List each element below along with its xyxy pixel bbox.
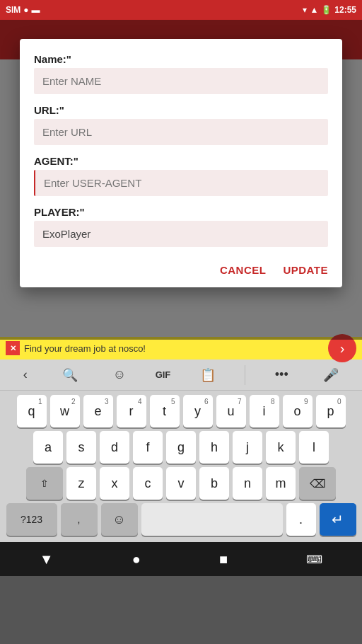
name-input[interactable]: [34, 68, 328, 94]
key-e[interactable]: 3e: [83, 395, 113, 427]
url-input[interactable]: [34, 119, 328, 145]
key-w[interactable]: 2w: [50, 395, 80, 427]
player-input[interactable]: [34, 221, 328, 247]
key-k[interactable]: k: [266, 431, 296, 464]
keyboard-toolbar: ‹ 🔍 ☺ GIF 📋 ••• 🎤: [0, 360, 362, 391]
ad-text: Find your dream job at nosco!: [24, 343, 146, 354]
nav-back-button[interactable]: ▼: [40, 551, 54, 568]
key-row-3: ⇧ z x c v b n m ⌫: [1, 467, 361, 500]
key-f[interactable]: f: [133, 431, 163, 464]
clock: 12:55: [334, 5, 356, 15]
key-row-1: 1q 2w 3e 4r 5t 6y 7u 8i 9o 0p: [1, 395, 361, 427]
search-keyboard-button[interactable]: 🔍: [57, 364, 83, 386]
edit-dialog: Name:" URL:" AGENT:" PLAYER:" CANCEL UPD…: [20, 39, 342, 287]
numeric-switch-key[interactable]: ?123: [6, 503, 57, 536]
microphone-button[interactable]: 🎤: [317, 364, 344, 386]
key-c[interactable]: c: [133, 467, 163, 500]
ad-banner: ✕ Find your dream job at nosco! ›: [0, 337, 362, 360]
cancel-button[interactable]: CANCEL: [220, 264, 267, 276]
signal-icon: ●: [23, 5, 28, 15]
key-g[interactable]: g: [166, 431, 196, 464]
key-q[interactable]: 1q: [17, 395, 47, 427]
key-s[interactable]: s: [66, 431, 96, 464]
sim-indicator: SIM: [6, 5, 21, 15]
navigation-bar: ▼ ● ■ ⌨: [0, 542, 362, 576]
key-o[interactable]: 9o: [283, 395, 313, 427]
key-n[interactable]: n: [233, 467, 262, 500]
status-bar-left: SIM ● ▬: [6, 5, 40, 15]
comma-key[interactable]: ,: [61, 503, 98, 536]
status-bar: SIM ● ▬ ▾ ▲ 🔋 12:55: [0, 0, 362, 20]
key-j[interactable]: j: [233, 431, 262, 464]
signal-strength-icon: ▲: [310, 5, 318, 15]
ad-close-icon[interactable]: ✕: [6, 341, 20, 355]
key-d[interactable]: d: [100, 431, 129, 464]
agent-label: AGENT:": [34, 155, 328, 167]
clipboard-button[interactable]: 📋: [194, 364, 221, 386]
key-row-2: a s d f g h j k l: [1, 431, 361, 464]
update-button[interactable]: UPDATE: [283, 264, 328, 276]
nav-home-button[interactable]: ●: [132, 551, 141, 568]
battery-icon: 🔋: [321, 5, 332, 15]
key-i[interactable]: 8i: [250, 395, 279, 427]
player-label: PLAYER:": [34, 206, 328, 218]
key-y[interactable]: 6y: [183, 395, 213, 427]
period-key[interactable]: .: [286, 503, 316, 536]
agent-input[interactable]: [34, 170, 328, 196]
key-t[interactable]: 5t: [150, 395, 180, 427]
nav-recents-button[interactable]: ■: [219, 551, 228, 568]
backspace-key[interactable]: ⌫: [299, 467, 336, 500]
name-label: Name:": [34, 53, 328, 65]
media-icon: ▬: [32, 5, 40, 15]
key-h[interactable]: h: [199, 431, 229, 464]
key-m[interactable]: m: [266, 467, 296, 500]
key-u[interactable]: 7u: [216, 395, 246, 427]
key-v[interactable]: v: [166, 467, 196, 500]
gif-button[interactable]: GIF: [156, 369, 171, 380]
url-label: URL:": [34, 104, 328, 116]
shift-key[interactable]: ⇧: [26, 467, 63, 500]
toolbar-divider: [245, 365, 245, 385]
emoji-key[interactable]: ☺: [101, 503, 138, 536]
wifi-icon: ▾: [303, 5, 307, 15]
return-key[interactable]: ↵: [320, 503, 356, 536]
key-b[interactable]: b: [199, 467, 229, 500]
emoji-keyboard-button[interactable]: ☺: [107, 364, 132, 385]
key-x[interactable]: x: [100, 467, 129, 500]
key-l[interactable]: l: [299, 431, 329, 464]
space-key[interactable]: [141, 503, 283, 536]
nav-keyboard-toggle[interactable]: ⌨: [306, 553, 322, 566]
status-bar-right: ▾ ▲ 🔋 12:55: [303, 5, 356, 15]
key-p[interactable]: 0p: [316, 395, 346, 427]
keyboard: 1q 2w 3e 4r 5t 6y 7u 8i 9o 0p a s d f g …: [0, 391, 362, 542]
key-a[interactable]: a: [33, 431, 63, 464]
dialog-actions: CANCEL UPDATE: [34, 261, 328, 276]
more-tools-button[interactable]: •••: [269, 364, 294, 385]
key-row-4: ?123 , ☺ . ↵: [1, 503, 361, 536]
key-z[interactable]: z: [66, 467, 96, 500]
back-button[interactable]: ‹: [18, 364, 33, 385]
key-r[interactable]: 4r: [117, 395, 146, 427]
